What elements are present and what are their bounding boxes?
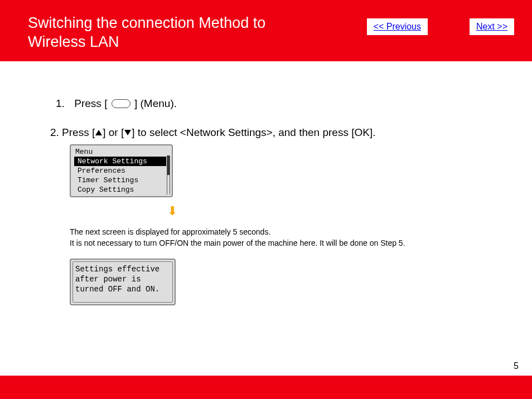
lcd-message-line: Settings effective	[75, 264, 170, 274]
step-1-number: 1.	[56, 98, 71, 110]
previous-button[interactable]: << Previous	[367, 18, 428, 35]
page-title: Switching the connection Method to Wirel…	[28, 13, 318, 51]
step-1-text-b: ] (Menu).	[134, 98, 177, 109]
footer-bar: 5	[0, 376, 532, 399]
flow-down-arrow-icon: ⬇	[167, 205, 532, 217]
lcd-menu-item: Timer Settings	[74, 176, 171, 185]
lcd-message-line: turned OFF and ON.	[75, 284, 170, 294]
menu-button-icon	[112, 99, 130, 108]
step-2-text-mid: ] or [	[103, 126, 124, 138]
step-2: 2. Press [] or [] to select <Network Set…	[50, 126, 532, 139]
next-button[interactable]: Next >>	[470, 18, 514, 35]
lcd-menu-item: Copy Settings	[74, 185, 171, 194]
lcd-message-screen: Settings effective after power is turned…	[70, 259, 176, 305]
lcd-menu-screen: Menu Network Settings Preferences Timer …	[70, 144, 173, 197]
lcd-menu-inner: Menu Network Settings Preferences Timer …	[74, 147, 171, 195]
page-number: 5	[514, 361, 519, 371]
header-bar: Switching the connection Method to Wirel…	[0, 0, 532, 61]
note-text: The next screen is displayed for approxi…	[70, 226, 532, 249]
lcd-scrollbar-icon	[167, 155, 170, 194]
step-2-text-end: ] to select <Network Settings>, and then…	[132, 126, 375, 138]
page: Switching the connection Method to Wirel…	[0, 0, 532, 399]
lcd-message-line: after power is	[75, 274, 170, 284]
lcd-menu-title: Menu	[74, 147, 171, 157]
content-area: 1. Press [ ] (Menu). 2. Press [] or [] t…	[0, 61, 532, 305]
note-line-1: The next screen is displayed for approxi…	[70, 226, 532, 237]
lcd-menu-item-selected: Network Settings	[74, 157, 166, 166]
up-arrow-icon	[95, 130, 102, 135]
step-1-text-a: Press [	[74, 98, 107, 109]
down-arrow-icon	[124, 130, 131, 135]
note-line-2: It is not necessary to turn OFF/ON the m…	[70, 237, 532, 249]
lcd-menu-item: Preferences	[74, 166, 171, 176]
step-2-text-a: 2. Press [	[50, 126, 95, 138]
step-1: 1. Press [ ] (Menu).	[56, 98, 532, 110]
